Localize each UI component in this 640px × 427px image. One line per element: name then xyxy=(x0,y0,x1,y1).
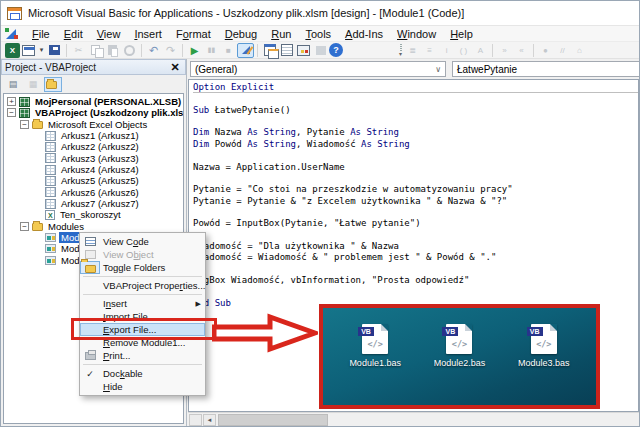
vb-badge: VB xyxy=(527,327,543,336)
context-item-insert[interactable]: Insert▶ xyxy=(80,297,205,310)
project-panel-close-button[interactable]: ✕ xyxy=(168,61,182,73)
procedure-dropdown[interactable]: ŁatwePytanie xyxy=(452,61,640,77)
scrollbar-thumb[interactable] xyxy=(218,414,328,426)
menu-tools[interactable]: Tools xyxy=(298,27,338,41)
expand-icon[interactable]: + xyxy=(7,97,16,106)
scrollbar-split-box[interactable] xyxy=(189,414,202,426)
context-item-dockable[interactable]: ✓Dockable xyxy=(80,367,205,380)
insert-dropdown-caret[interactable]: ▾ xyxy=(37,43,46,58)
desktop-file-module1-bas[interactable]: VB</>Module1.bas xyxy=(339,324,411,368)
code-line: Option Explicit xyxy=(193,82,639,93)
help-icon[interactable]: ? xyxy=(329,43,343,57)
project-panel-title: Project - VBAProject xyxy=(5,62,168,73)
context-item-print[interactable]: Print... xyxy=(80,349,205,362)
worksheet-icon xyxy=(45,142,56,152)
menu-separator xyxy=(83,294,202,295)
context-item-toggle-folders[interactable]: Toggle Folders xyxy=(80,261,205,274)
bas-file-icon: VB</> xyxy=(446,324,472,354)
desktop-file-label: Module3.bas xyxy=(518,358,570,368)
code-glyph: </> xyxy=(531,339,557,349)
toolbar-overflow-chevron[interactable]: ▾ xyxy=(399,44,402,56)
tree-item-label: Microsoft Excel Objects xyxy=(46,119,149,130)
list-constants-icon: ≡ xyxy=(421,43,438,58)
check-icon: ✓ xyxy=(86,369,94,379)
tree-item-mojpersonal-personal-xlsb[interactable]: +MojPersonal (PERSONAL.XLSB) xyxy=(4,96,183,107)
tree-item-ten-skoroszyt[interactable]: Ten_skoroszyt xyxy=(4,209,183,220)
folder-open-icon xyxy=(32,223,43,231)
view-microsoft-excel-icon[interactable]: X xyxy=(5,43,20,58)
menu-add-ins[interactable]: Add-Ins xyxy=(338,27,390,41)
code-combo-row: (General) ∨ ŁatwePytanie xyxy=(188,59,639,79)
tree-item-arkusz4-arkusz4[interactable]: Arkusz4 (Arkusz4) xyxy=(4,164,183,175)
worksheet-icon xyxy=(45,199,56,209)
tree-item-modules[interactable]: −Modules xyxy=(4,221,183,232)
code-line: Wiadomość = "Dla użytkownika " & Nazwa xyxy=(193,241,638,252)
properties-window-icon[interactable] xyxy=(278,43,295,58)
save-icon[interactable] xyxy=(46,43,63,58)
tree-item-arkusz3-arkusz3[interactable]: Arkusz3 (Arkusz3) xyxy=(4,153,183,164)
context-item-view-code[interactable]: View Code xyxy=(80,235,205,248)
view-code-mini-button[interactable]: ▤ xyxy=(4,77,22,92)
paste-icon xyxy=(104,43,121,58)
code-line: MsgBox Wiadomość, vbInformation, "Prosta… xyxy=(193,275,638,286)
vbe-app-icon xyxy=(7,7,22,20)
undo-icon[interactable]: ↶ xyxy=(145,43,162,58)
toggle-folders-mini-button[interactable] xyxy=(44,77,62,92)
parameter-info-icon: ( ) xyxy=(455,43,472,58)
tree-item-label: VBAProject (Uszkodzony plik.xlsm) xyxy=(33,107,184,118)
tree-item-label: Modules xyxy=(46,221,86,232)
object-dropdown[interactable]: (General) ∨ xyxy=(190,61,446,77)
red-arrow xyxy=(212,313,318,353)
tree-item-vbaproject-uszkodzony-plik-xlsm[interactable]: −VBAProject (Uszkodzony plik.xlsm) xyxy=(4,107,183,118)
collapse-icon[interactable]: − xyxy=(20,222,29,231)
tree-item-arkusz5-arkusz5[interactable]: Arkusz5 (Arkusz5) xyxy=(4,175,183,186)
tree-item-arkusz6-arkusz6[interactable]: Arkusz6 (Arkusz6) xyxy=(4,187,183,198)
context-item-hide[interactable]: Hide xyxy=(80,380,205,393)
code-line xyxy=(193,150,638,161)
tree-item-arkusz2-arkusz2[interactable]: Arkusz2 (Arkusz2) xyxy=(4,141,183,152)
exported-files-preview: VB</>Module1.basVB</>Module2.basVB</>Mod… xyxy=(319,304,600,409)
object-browser-icon[interactable] xyxy=(295,43,312,58)
bookmark-icon: ⌂ xyxy=(571,43,588,58)
scrollbar-left-arrow[interactable]: ◄ xyxy=(203,414,216,426)
menu-items: FileEditViewInsertFormatDebugRunToolsAdd… xyxy=(25,27,480,41)
collapse-icon[interactable]: − xyxy=(7,108,16,117)
tree-item-arkusz1-arkusz1[interactable]: Arkusz1 (Arkusz1) xyxy=(4,130,183,141)
tree-item-arkusz7-arkusz7[interactable]: Arkusz7 (Arkusz7) xyxy=(4,198,183,209)
code-line xyxy=(193,207,638,218)
context-item-label: Insert xyxy=(103,298,193,309)
menu-help[interactable]: Help xyxy=(443,27,480,41)
desktop-file-module3-bas[interactable]: VB</>Module3.bas xyxy=(508,324,580,368)
tree-item-label: MojPersonal (PERSONAL.XLSB) xyxy=(33,96,183,107)
menu-file[interactable]: File xyxy=(25,27,57,41)
project-explorer-icon[interactable] xyxy=(261,43,278,58)
project-panel-header: Project - VBAProject ✕ xyxy=(1,59,186,75)
redo-icon: ↷ xyxy=(162,43,179,58)
desktop-file-module2-bas[interactable]: VB</>Module2.bas xyxy=(423,324,495,368)
menu-view[interactable]: View xyxy=(90,27,128,41)
insert-userform-icon[interactable] xyxy=(20,43,37,58)
tree-item-label: Arkusz7 (Arkusz7) xyxy=(59,198,141,209)
context-item-vbaproject-properties[interactable]: VBAProject Properties... xyxy=(80,279,205,292)
vba-project-icon xyxy=(19,97,30,107)
menu-window[interactable]: Window xyxy=(390,27,443,41)
tree-item-microsoft-excel-objects[interactable]: −Microsoft Excel Objects xyxy=(4,119,183,130)
menu-format[interactable]: Format xyxy=(169,27,218,41)
menu-edit[interactable]: Edit xyxy=(57,27,90,41)
window-title: Microsoft Visual Basic for Applications … xyxy=(28,7,464,19)
menu-run[interactable]: Run xyxy=(264,27,298,41)
menu-bar: FileEditViewInsertFormatDebugRunToolsAdd… xyxy=(1,26,639,42)
module-icon xyxy=(45,244,56,253)
menu-insert[interactable]: Insert xyxy=(127,27,169,41)
vbe-window: Microsoft Visual Basic for Applications … xyxy=(0,0,640,427)
code-horizontal-scrollbar[interactable]: ◄ xyxy=(188,412,639,426)
design-mode-icon[interactable] xyxy=(237,43,254,58)
desktop-file-label: Module1.bas xyxy=(349,358,401,368)
menu-debug[interactable]: Debug xyxy=(218,27,264,41)
code-line: Dim Nazwa As String, Pytanie As String xyxy=(193,127,638,138)
reset-icon: ■ xyxy=(220,43,237,58)
collapse-icon[interactable]: − xyxy=(20,120,29,129)
module-icon xyxy=(45,256,56,265)
folder-open-icon xyxy=(32,121,43,129)
run-icon[interactable]: ▶ xyxy=(186,43,203,58)
